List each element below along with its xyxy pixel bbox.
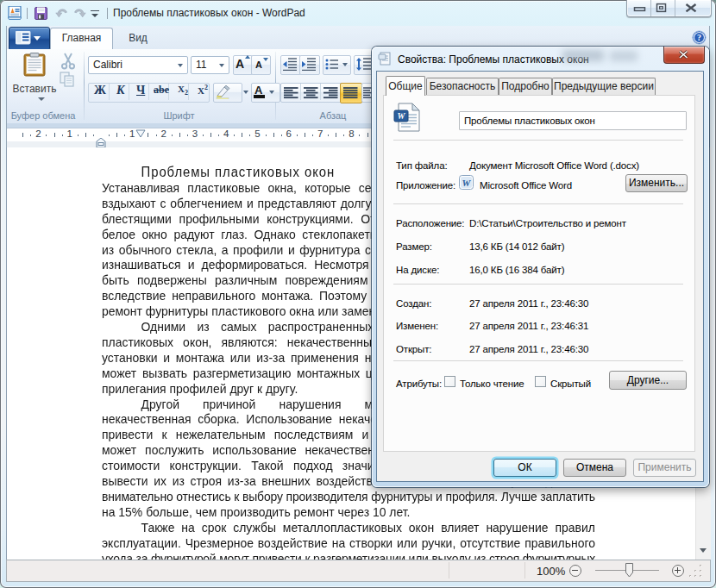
svg-text:W: W: [398, 111, 406, 121]
svg-text:W: W: [462, 178, 472, 188]
svg-text:?: ?: [697, 33, 701, 42]
